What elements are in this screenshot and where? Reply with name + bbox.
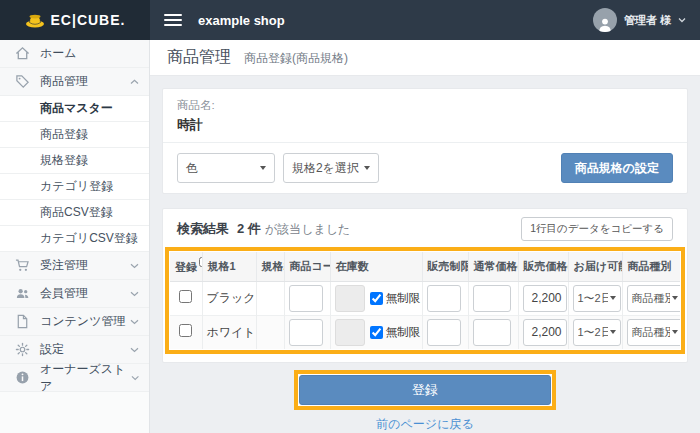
product-code-input[interactable]	[289, 319, 323, 346]
col-class2: 規格2	[256, 252, 284, 281]
sidebar-item-owners-store[interactable]: オーナーズストア	[0, 364, 149, 392]
page-title-bar: 商品管理 商品登録(商品規格)	[150, 40, 700, 76]
product-name-label: 商品名:	[177, 98, 673, 113]
sidebar-nav: ホーム 商品管理 商品マスター 商品登録 規格登録 カテゴリ登録 商品CSV登録…	[0, 40, 150, 433]
sidebar-item-label: 会員管理	[40, 285, 88, 302]
chevron-down-icon	[130, 263, 139, 269]
sidebar-item-member[interactable]: 会員管理	[0, 280, 149, 308]
sidebar-item-product-register[interactable]: 商品登録	[0, 122, 149, 148]
col-class1: 規格1	[202, 252, 256, 281]
chevron-down-icon	[131, 375, 139, 381]
chevron-down-icon	[130, 319, 139, 325]
stock-unlimited-checkbox[interactable]	[370, 292, 383, 305]
sidebar-item-home[interactable]: ホーム	[0, 40, 149, 68]
page-subtitle: 商品登録(商品規格)	[244, 48, 348, 67]
hamburger-icon[interactable]	[164, 11, 182, 29]
row-register-checkbox[interactable]	[179, 290, 192, 303]
sidebar-item-category-register[interactable]: カテゴリ登録	[0, 174, 149, 200]
class1-select[interactable]: 色	[177, 153, 275, 183]
col-sale-price: 販売価格(円)	[518, 252, 568, 281]
product-name-value: 時計	[177, 116, 673, 134]
avatar	[593, 8, 617, 32]
sidebar-item-category-csv[interactable]: カテゴリCSV登録	[0, 226, 149, 252]
class2-select[interactable]: 規格2を選択	[283, 153, 379, 183]
shop-name: example shop	[198, 13, 285, 28]
caret-down-icon	[364, 166, 370, 170]
row-class1-value: ホワイト	[202, 315, 256, 349]
sidebar-item-content[interactable]: コンテンツ管理	[0, 308, 149, 336]
home-icon	[15, 46, 30, 61]
sidebar-item-product[interactable]: 商品管理	[0, 68, 149, 96]
col-sale-type: 商品種別	[622, 252, 680, 281]
table-highlight-annotation: 登録 規格1 規格2 商品コード 在庫数 販売制限数 通常価格(円) 販売価格(…	[165, 247, 685, 354]
stock-input	[335, 319, 365, 346]
normal-price-input[interactable]	[473, 319, 511, 346]
brand-logo[interactable]: EC|CUBE.	[0, 0, 150, 40]
back-to-previous-link[interactable]: 前のページに戻る	[162, 416, 688, 433]
caret-down-icon	[610, 296, 616, 300]
stock-input	[335, 285, 365, 312]
sale-price-input[interactable]	[523, 319, 567, 346]
product-code-input[interactable]	[289, 285, 323, 312]
info-circle-icon	[15, 370, 30, 385]
results-count: 2 件	[237, 220, 261, 238]
col-sale-limit: 販売制限数	[422, 252, 468, 281]
col-delivery-duration: お届け可能日	[568, 252, 622, 281]
sidebar-item-label: 商品管理	[40, 73, 88, 90]
stock-unlimited-checkbox[interactable]	[370, 326, 383, 339]
register-button[interactable]: 登録	[299, 375, 551, 405]
table-header-row: 登録 規格1 規格2 商品コード 在庫数 販売制限数 通常価格(円) 販売価格(…	[170, 252, 680, 281]
chevron-down-icon	[130, 347, 139, 353]
gear-icon	[15, 342, 30, 357]
chevron-up-icon	[130, 79, 139, 85]
cart-icon	[15, 258, 30, 273]
sidebar-item-order[interactable]: 受注管理	[0, 252, 149, 280]
main-content: 商品管理 商品登録(商品規格) 商品名: 時計 色 規格2を選択	[150, 40, 700, 433]
divider	[163, 142, 687, 143]
users-icon	[15, 286, 30, 301]
search-results-card: 検索結果 2 件 が該当しました 1行目のデータをコピーする	[162, 208, 688, 363]
sale-price-input[interactable]	[523, 285, 567, 312]
normal-price-input[interactable]	[473, 285, 511, 312]
topbar: example shop 管理者 様	[150, 0, 700, 40]
chevron-down-icon	[130, 291, 139, 297]
sidebar-item-class-register[interactable]: 規格登録	[0, 148, 149, 174]
ec-cube-admin-window: EC|CUBE. example shop 管理者 様	[0, 0, 700, 433]
sale-limit-input[interactable]	[427, 319, 461, 346]
cube-hat-icon	[25, 12, 45, 28]
stock-unlimited-toggle[interactable]: 無制限	[370, 291, 421, 306]
sidebar-item-label: 受注管理	[40, 257, 88, 274]
product-info-card: 商品名: 時計 色 規格2を選択 商品規格の設定	[162, 88, 688, 194]
sidebar-item-label: 設定	[40, 341, 64, 358]
sale-limit-input[interactable]	[427, 285, 461, 312]
class-combination-table: 登録 規格1 規格2 商品コード 在庫数 販売制限数 通常価格(円) 販売価格(…	[170, 252, 680, 349]
tag-icon	[15, 74, 30, 89]
table-row: ブラック 無制限	[170, 281, 680, 315]
sidebar-item-product-csv[interactable]: 商品CSV登録	[0, 200, 149, 226]
sale-type-select[interactable]: 商品種別	[627, 319, 681, 346]
caret-down-icon	[672, 296, 678, 300]
page-title: 商品管理	[167, 47, 231, 68]
sidebar-item-label: コンテンツ管理	[40, 313, 125, 330]
delivery-duration-select[interactable]: 1〜2日	[573, 319, 621, 346]
caret-down-icon	[672, 330, 678, 334]
delivery-duration-select[interactable]: 1〜2日	[573, 285, 621, 312]
sidebar-item-product-master[interactable]: 商品マスター	[0, 96, 149, 122]
col-stock: 在庫数	[330, 252, 422, 281]
user-menu[interactable]: 管理者 様	[593, 8, 686, 32]
sale-type-select[interactable]: 商品種別	[627, 285, 681, 312]
results-suffix: が該当しました	[265, 221, 350, 238]
row-register-checkbox[interactable]	[179, 324, 192, 337]
chevron-down-icon	[678, 17, 686, 23]
stock-unlimited-toggle[interactable]: 無制限	[370, 325, 421, 340]
file-icon	[15, 314, 30, 329]
results-label: 検索結果	[177, 220, 229, 238]
class-setting-button[interactable]: 商品規格の設定	[561, 153, 673, 183]
row-class2-value	[256, 281, 284, 315]
row-class2-value	[256, 315, 284, 349]
sidebar-item-label: オーナーズストア	[40, 361, 131, 395]
caret-down-icon	[260, 166, 266, 170]
copy-first-row-button[interactable]: 1行目のデータをコピーする	[521, 217, 673, 241]
row-class1-value: ブラック	[202, 281, 256, 315]
sidebar-item-label: ホーム	[40, 45, 77, 62]
